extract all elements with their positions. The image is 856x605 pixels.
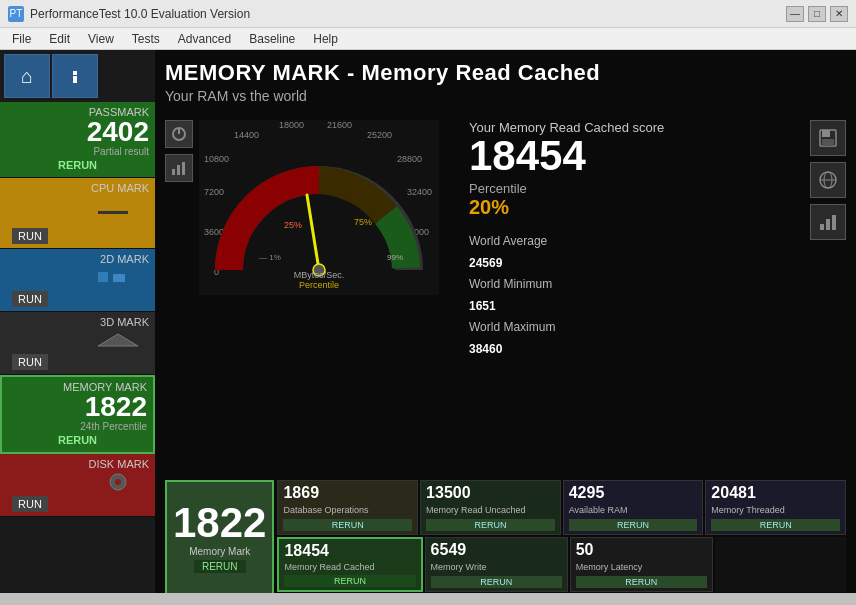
latency-rerun[interactable]: RERUN [576,576,707,588]
memory-mark-score: 1822 [173,502,266,544]
svg-marker-8 [98,334,138,346]
db-ops-score: 1869 [283,484,412,502]
db-ops-name: Database Operations [283,505,412,516]
sidebar-2dmark[interactable]: 2D MARK RUN [0,249,155,312]
threaded-rerun[interactable]: RERUN [711,519,840,531]
read-uncached-name: Memory Read Uncached [426,505,555,516]
gauge-bar-icon[interactable] [165,154,193,182]
close-button[interactable]: ✕ [830,6,848,22]
menu-tests[interactable]: Tests [124,30,168,48]
svg-text:MBytes/Sec.: MBytes/Sec. [294,270,345,280]
svg-text:10800: 10800 [204,154,229,164]
memory-read-cached-tile[interactable]: 18454 Memory Read Cached RERUN [277,537,422,592]
content-header: MEMORY MARK - Memory Read Cached Your RA… [165,60,846,104]
svg-rect-38 [822,139,834,146]
sidebar: ⌂ PASSMARK 2402 Partial result RERUN CPU… [0,50,155,605]
svg-rect-42 [820,224,824,230]
diskmark-run-button[interactable]: RUN [12,496,48,512]
db-ops-rerun[interactable]: RERUN [283,519,412,531]
window-controls: — □ ✕ [786,6,848,22]
passmark-rerun-button[interactable]: RERUN [6,157,149,173]
nav-info-button[interactable] [52,54,98,98]
benchmarks-row1: 1869 Database Operations RERUN 13500 Mem… [277,480,846,535]
title-bar: PT PerformanceTest 10.0 Evaluation Versi… [0,0,856,28]
content-area: MEMORY MARK - Memory Read Cached Your RA… [155,50,856,605]
twodmark-label: 2D MARK [6,253,149,265]
score-panel: Your Memory Read Cached score 18454 Perc… [459,120,790,361]
scrollbar[interactable] [0,593,856,605]
world-avg-row: World Average 24569 [469,231,790,274]
maximize-button[interactable]: □ [808,6,826,22]
read-cached-rerun[interactable]: RERUN [284,575,415,587]
avail-ram-rerun[interactable]: RERUN [569,519,698,531]
diskmark-label: DISK MARK [6,458,149,470]
menu-advanced[interactable]: Advanced [170,30,239,48]
cpumark-label: CPU MARK [6,182,149,194]
main-score: 18454 [469,135,790,177]
svg-text:▬▬▬: ▬▬▬ [98,205,128,216]
sidebar-memorymark[interactable]: MEMORY MARK 1822 24th Percentile RERUN [0,375,155,454]
read-uncached-rerun[interactable]: RERUN [426,519,555,531]
gauge-chart-icon[interactable] [165,120,193,148]
world-max-row: World Maximum 38460 [469,317,790,360]
svg-rect-43 [826,219,830,230]
write-score: 6549 [431,541,562,559]
menu-baseline[interactable]: Baseline [241,30,303,48]
database-operations-tile[interactable]: 1869 Database Operations RERUN [277,480,418,535]
cpumark-run-button[interactable]: RUN [12,228,48,244]
latency-name: Memory Latency [576,562,707,573]
nav-home-button[interactable]: ⌂ [4,54,50,98]
sidebar-cpumark[interactable]: CPU MARK ▬▬▬ RUN [0,178,155,249]
page-title: MEMORY MARK - Memory Read Cached [165,60,846,86]
avail-ram-score: 4295 [569,484,698,502]
svg-text:21600: 21600 [327,120,352,130]
app-icon: PT [8,6,24,22]
available-ram-tile[interactable]: 4295 Available RAM RERUN [563,480,704,535]
svg-text:32400: 32400 [407,187,432,197]
write-rerun[interactable]: RERUN [431,576,562,588]
menu-view[interactable]: View [80,30,122,48]
menu-file[interactable]: File [4,30,39,48]
world-min-value: 1651 [469,299,496,313]
read-uncached-score: 13500 [426,484,555,502]
save-icon[interactable] [810,120,846,156]
svg-text:Percentile: Percentile [299,280,339,290]
svg-rect-13 [172,169,175,175]
sidebar-diskmark[interactable]: DISK MARK RUN [0,454,155,517]
gauge-score-row: 0 3600 7200 10800 14400 18000 21600 2520… [165,112,846,474]
memory-read-uncached-tile[interactable]: 13500 Memory Read Uncached RERUN [420,480,561,535]
benchmark-grid: 1869 Database Operations RERUN 13500 Mem… [277,480,846,595]
menu-help[interactable]: Help [305,30,346,48]
threedmark-run-button[interactable]: RUN [12,354,48,370]
window-title: PerformanceTest 10.0 Evaluation Version [30,7,786,21]
memorymark-sub: 24th Percentile [8,421,147,432]
world-avg-label: World Average [469,234,547,248]
gauge-icons [165,120,193,182]
svg-text:18000: 18000 [279,120,304,130]
globe-icon[interactable] [810,162,846,198]
memory-threaded-tile[interactable]: 20481 Memory Threaded RERUN [705,480,846,535]
svg-rect-15 [182,162,185,175]
memory-mark-rerun-button[interactable]: RERUN [194,560,246,573]
world-min-row: World Minimum 1651 [469,274,790,317]
read-cached-name: Memory Read Cached [284,562,415,573]
svg-point-10 [115,479,121,485]
benchmark-tiles: 1822 Memory Mark RERUN 1869 Database Ope… [165,480,846,595]
passmark-score: 2402 [6,118,149,146]
twodmark-run-button[interactable]: RUN [12,291,48,307]
chart-icon[interactable] [810,204,846,240]
sidebar-3dmark[interactable]: 3D MARK RUN [0,312,155,375]
percentile-label: Percentile [469,181,790,196]
memory-mark-tile[interactable]: 1822 Memory Mark RERUN [165,480,274,595]
memory-latency-tile[interactable]: 50 Memory Latency RERUN [570,537,713,592]
latency-score: 50 [576,541,707,559]
memory-mark-label: Memory Mark [189,546,250,557]
minimize-button[interactable]: — [786,6,804,22]
menu-edit[interactable]: Edit [41,30,78,48]
sidebar-passmark[interactable]: PASSMARK 2402 Partial result RERUN [0,102,155,178]
threaded-name: Memory Threaded [711,505,840,516]
memorymark-rerun-button[interactable]: RERUN [8,432,147,448]
percentile-value: 20% [469,196,790,219]
memory-write-tile[interactable]: 6549 Memory Write RERUN [425,537,568,592]
svg-rect-1 [73,71,77,75]
